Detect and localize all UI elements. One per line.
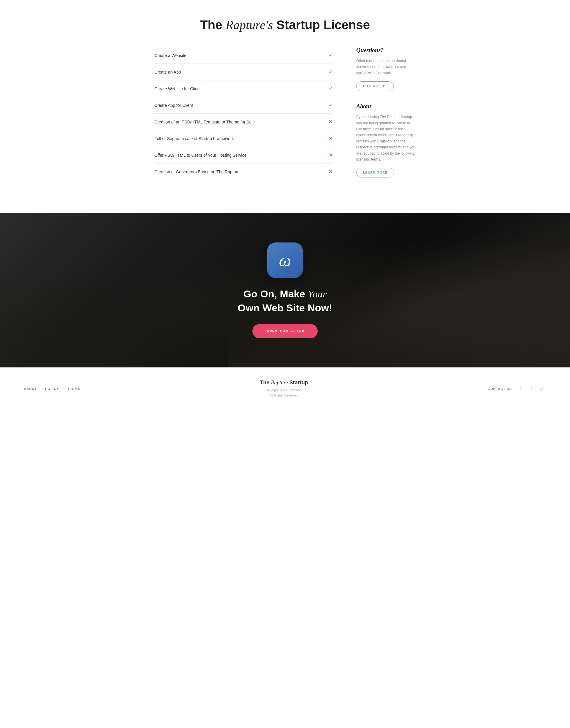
footer-copyright-line2: All Rights Reserved xyxy=(260,393,308,398)
license-section: Create a Website✓Create an App✓Create We… xyxy=(142,47,428,213)
license-item: Create Website for Client✓ xyxy=(155,80,332,97)
hero-title-italic: Your xyxy=(308,289,327,300)
app-icon: ω xyxy=(267,243,303,278)
about-title: About xyxy=(356,103,415,110)
check-icon: ✓ xyxy=(329,102,332,108)
title-suffix: Startup License xyxy=(273,18,370,32)
facebook-icon[interactable]: f xyxy=(527,385,536,393)
license-sidebar: Questions? Other cases that not mentione… xyxy=(356,47,415,190)
license-item-label: Creation of Generators Based on The Rapt… xyxy=(155,169,240,174)
footer-nav-item[interactable]: POLICY xyxy=(45,387,59,391)
footer-copyright: Copyright 20XX Craftwork. All Rights Res… xyxy=(260,388,308,398)
questions-title: Questions? xyxy=(356,47,415,54)
license-item-label: Create a Website xyxy=(155,53,187,58)
check-icon: ✓ xyxy=(329,69,332,75)
page-title: The Rapture's Startup License xyxy=(6,18,564,32)
license-item: Offer PSD/HTML to Users of Your Hosting … xyxy=(155,147,332,163)
about-text: By purchasing The Rapture Startup you ar… xyxy=(356,114,415,162)
x-icon: ✕ xyxy=(329,136,332,141)
hero-title-line2: Own Web Site Now! xyxy=(238,302,332,313)
footer-social: 𝕏fg+ xyxy=(517,385,546,393)
twitter-icon[interactable]: 𝕏 xyxy=(517,385,525,393)
license-item-label: Create Website for Client xyxy=(155,86,201,91)
questions-section: Questions? Other cases that not mentione… xyxy=(356,47,415,91)
hero-section: ω Go On, Make Your Own Web Site Now! DOW… xyxy=(0,213,570,367)
footer-nav-item[interactable]: TERMS xyxy=(67,387,80,391)
x-icon: ✕ xyxy=(329,152,332,158)
footer-right: CONTACT US 𝕏fg+ xyxy=(488,385,546,393)
check-icon: ✓ xyxy=(329,86,332,91)
license-item-label: Offer PSD/HTML to Users of Your Hosting … xyxy=(155,153,246,157)
questions-text: Other cases that not mentioned above sho… xyxy=(356,58,415,76)
learn-more-button[interactable]: LEARN MORE xyxy=(356,168,394,177)
contact-us-button[interactable]: CONTACT US xyxy=(356,81,394,91)
hero-title: Go On, Make Your Own Web Site Now! xyxy=(238,287,332,315)
x-icon: ✕ xyxy=(329,169,332,174)
footer: ABOUTPOLICYTERMS The Rapture Startup Cop… xyxy=(0,367,570,410)
license-item-label: Creation of an PSD/HTML Template or Them… xyxy=(155,119,255,124)
hero-title-normal: Go On, Make xyxy=(243,288,308,300)
footer-brand: The Rapture Startup Copyright 20XX Craft… xyxy=(260,380,308,398)
page-header: The Rapture's Startup License xyxy=(0,0,570,47)
check-icon: ✓ xyxy=(329,52,332,58)
title-italic: Rapture's xyxy=(226,18,273,32)
footer-brand-suffix: Startup xyxy=(288,380,308,385)
google-plus-icon[interactable]: g+ xyxy=(538,385,546,393)
hero-content: ω Go On, Make Your Own Web Site Now! DOW… xyxy=(238,243,332,338)
license-list: Create a Website✓Create an App✓Create We… xyxy=(155,47,332,190)
footer-brand-name: The Rapture Startup xyxy=(260,380,308,386)
app-icon-letter: ω xyxy=(279,252,291,269)
license-item: Create an App✓ xyxy=(155,64,332,80)
footer-brand-italic: Rapture xyxy=(271,380,288,385)
footer-nav-item[interactable]: ABOUT xyxy=(24,387,37,391)
download-button-italic: our xyxy=(290,329,295,333)
license-item-label: Create an App xyxy=(155,70,181,74)
license-item: Creation of Generators Based on The Rapt… xyxy=(155,163,332,180)
footer-brand-prefix: The xyxy=(260,380,271,385)
license-item: Create App for Client✓ xyxy=(155,97,332,114)
download-button-suffix: APP xyxy=(295,329,305,333)
license-item-label: Create App for Client xyxy=(155,103,193,108)
license-item: Full or Separate sale of Startup Framewo… xyxy=(155,130,332,147)
footer-copyright-line1: Copyright 20XX Craftwork. xyxy=(260,388,308,393)
license-item: Creation of an PSD/HTML Template or Them… xyxy=(155,114,332,130)
about-section: About By purchasing The Rapture Startup … xyxy=(356,103,415,177)
license-item-label: Full or Separate sale of Startup Framewo… xyxy=(155,136,234,141)
download-button-prefix: DOWNLOAD xyxy=(265,329,290,333)
title-prefix: The xyxy=(200,18,226,32)
x-icon: ✕ xyxy=(329,119,332,125)
footer-nav: ABOUTPOLICYTERMS xyxy=(24,387,80,391)
footer-contact-label: CONTACT US xyxy=(488,387,512,391)
license-item: Create a Website✓ xyxy=(155,47,332,64)
download-button[interactable]: DOWNLOAD our APP xyxy=(252,324,318,338)
